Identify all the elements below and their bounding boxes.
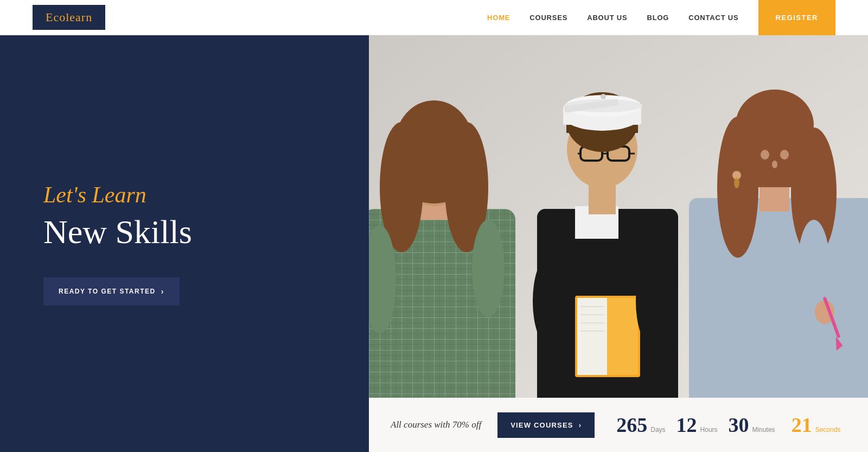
nav-contact[interactable]: CONTACT US [688,14,738,22]
countdown-timer: 265 Days 12 Hours 30 Minutes 21 Seconds [616,415,848,435]
view-courses-button[interactable]: VIEW COURSES › [497,412,595,438]
students-illustration [369,35,868,398]
countdown-days-label: Days [650,426,665,434]
svg-point-51 [780,150,789,160]
nav-home[interactable]: HOME [487,14,510,22]
cta-arrow-icon: › [161,287,164,296]
hero-section: Let's Learn New Skills READY TO GET STAR… [0,35,868,452]
svg-point-33 [601,94,606,99]
svg-rect-43 [689,198,868,398]
svg-point-52 [772,161,777,168]
countdown-minutes-value: 30 [729,415,749,435]
nav-about[interactable]: ABOUT US [587,14,627,22]
countdown-seconds-value: 21 [792,415,812,435]
hero-title: New Skills [43,213,326,250]
nav-blog[interactable]: BLOG [647,14,669,22]
countdown-hours-label: Hours [700,426,718,434]
view-courses-label: VIEW COURSES [510,421,573,429]
view-courses-arrow-icon: › [579,421,582,429]
countdown-days-value: 265 [616,415,647,435]
svg-point-16 [472,220,505,317]
logo-text: Ecolearn [46,10,92,24]
countdown-minutes-label: Minutes [752,426,775,434]
offer-text: All courses with 70% off [391,419,481,430]
hero-tagline: Let's Learn [43,182,326,208]
svg-point-58 [734,177,739,188]
svg-point-14 [399,149,469,203]
cta-button[interactable]: READY TO GET STARTED › [43,277,180,305]
countdown-seconds-label: Seconds [815,426,841,434]
svg-rect-36 [577,298,607,375]
logo-suffix: learn [66,10,92,24]
nav-courses[interactable]: COURSES [529,14,567,22]
main-nav: HOME COURSES ABOUT US BLOG CONTACT US RE… [487,0,835,35]
bottom-bar: All courses with 70% off VIEW COURSES › … [369,398,868,452]
logo[interactable]: Ecolearn [33,5,105,30]
hero-image [369,35,868,398]
hero-left-panel: Let's Learn New Skills READY TO GET STAR… [0,35,369,452]
register-button[interactable]: REGISTER [758,0,835,35]
hero-right-panel: All courses with 70% off VIEW COURSES › … [369,35,868,452]
countdown-hours-value: 12 [676,415,697,435]
svg-point-42 [636,258,666,345]
svg-point-41 [533,258,563,345]
header: Ecolearn HOME COURSES ABOUT US BLOG CONT… [0,0,868,35]
svg-point-50 [761,150,769,160]
logo-prefix: Eco [46,10,66,24]
cta-label: READY TO GET STARTED [59,288,156,295]
